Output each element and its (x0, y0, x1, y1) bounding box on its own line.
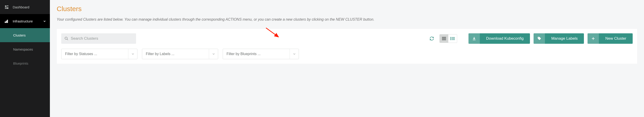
svg-rect-10 (442, 38, 446, 39)
download-icon (468, 33, 480, 44)
svg-rect-4 (5, 22, 6, 23)
svg-rect-11 (442, 40, 446, 40)
clusters-panel: Download Kubeconfig Manage Labels New Cl… (57, 29, 637, 64)
sidebar-item-label: Clusters (13, 33, 26, 37)
sidebar-item-dashboard[interactable]: Dashboard (0, 0, 50, 14)
select-placeholder: Filter by Statuses ... (62, 52, 128, 56)
sidebar-item-label: Infrastructure (13, 19, 33, 23)
plus-icon (588, 33, 599, 44)
search-input-container[interactable] (61, 33, 136, 44)
svg-point-16 (450, 39, 451, 40)
view-grid-button[interactable] (440, 34, 448, 43)
view-list-button[interactable] (448, 34, 457, 43)
main-content: Clusters Your configured Clusters are li… (50, 0, 644, 117)
manage-labels-button[interactable]: Manage Labels (534, 33, 584, 44)
select-placeholder: Filter by Labels ... (142, 52, 209, 56)
svg-rect-13 (452, 37, 455, 38)
filter-blueprints-select[interactable]: Filter by Blueprints ... (223, 49, 299, 59)
toolbar: Download Kubeconfig Manage Labels New Cl… (61, 33, 633, 44)
filter-row: Filter by Statuses ... Filter by Labels … (61, 49, 633, 59)
chevron-down-icon (43, 20, 46, 22)
chevron-down-icon (290, 49, 299, 59)
select-placeholder: Filter by Blueprints ... (223, 52, 290, 56)
dashboard-icon (4, 6, 9, 9)
svg-rect-5 (6, 21, 7, 23)
svg-point-14 (450, 38, 451, 39)
filter-statuses-select[interactable]: Filter by Statuses ... (61, 49, 138, 59)
sidebar-item-infrastructure[interactable]: Infrastructure (0, 14, 50, 28)
svg-point-12 (450, 37, 451, 38)
svg-rect-1 (7, 6, 8, 6)
infrastructure-icon (4, 19, 9, 23)
svg-rect-0 (5, 6, 6, 7)
view-toggle (440, 34, 457, 43)
download-kubeconfig-button[interactable]: Download Kubeconfig (468, 33, 530, 44)
chevron-down-icon (128, 49, 137, 59)
refresh-button[interactable] (428, 34, 436, 43)
sidebar-item-label: Dashboard (13, 5, 29, 9)
svg-rect-18 (473, 40, 476, 40)
svg-line-8 (67, 39, 68, 40)
button-label: Download Kubeconfig (480, 36, 530, 41)
page-description: Your configured Clusters are listed belo… (57, 17, 637, 22)
sidebar-item-label: Blueprints (13, 62, 28, 65)
svg-rect-17 (452, 40, 455, 40)
svg-rect-9 (442, 37, 446, 38)
svg-rect-3 (6, 7, 8, 9)
sidebar-item-blueprints[interactable]: Blueprints (0, 56, 50, 70)
tag-icon (534, 33, 545, 44)
svg-rect-15 (452, 38, 455, 39)
sidebar-item-clusters[interactable]: Clusters (0, 28, 50, 42)
page-title: Clusters (57, 5, 637, 13)
button-label: New Cluster (599, 36, 633, 41)
new-cluster-button[interactable]: New Cluster (588, 33, 633, 44)
filter-labels-select[interactable]: Filter by Labels ... (142, 49, 218, 59)
search-input[interactable] (71, 36, 133, 41)
svg-point-7 (65, 37, 67, 40)
search-icon (64, 36, 68, 40)
button-label: Manage Labels (545, 36, 584, 41)
sidebar: Dashboard Infrastructure Clusters Namesp… (0, 0, 50, 117)
chevron-down-icon (209, 49, 218, 59)
svg-rect-6 (7, 20, 8, 23)
sidebar-item-label: Namespaces (13, 48, 33, 51)
svg-rect-2 (5, 7, 6, 9)
sidebar-item-namespaces[interactable]: Namespaces (0, 42, 50, 56)
